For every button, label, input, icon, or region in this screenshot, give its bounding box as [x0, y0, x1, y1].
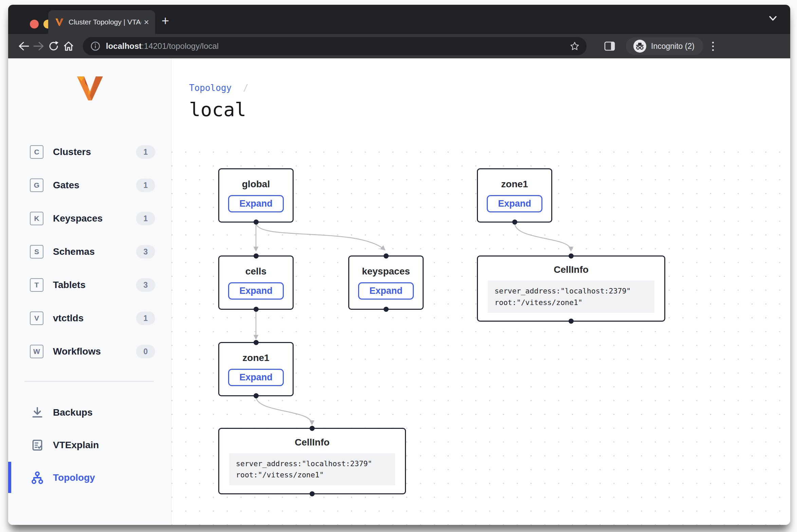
node-cellinfo-right: CellInfo server_address:"localhost:2379"…: [477, 255, 665, 322]
sidebar-item-workflows[interactable]: W Workflows 0: [8, 341, 171, 362]
gates-icon: G: [30, 178, 43, 192]
sidebar-divider: [24, 381, 154, 382]
port: [310, 426, 315, 431]
expand-button-zone1-lower[interactable]: Expand: [228, 369, 284, 386]
vtctlds-icon: V: [30, 311, 43, 325]
workflows-icon: W: [30, 345, 43, 358]
expand-button-zone1[interactable]: Expand: [487, 195, 542, 212]
topology-icon: [30, 470, 45, 485]
vitess-logo: [75, 73, 105, 102]
count-badge: 1: [136, 212, 155, 225]
sidebar-item-gates[interactable]: G Gates 1: [8, 175, 171, 195]
node-cellinfo-bottom: CellInfo server_address:"localhost:2379"…: [218, 428, 406, 494]
back-button[interactable]: [16, 39, 31, 54]
edge-global-keyspaces: [256, 223, 385, 250]
edge-zone1-cellinfo: [515, 223, 571, 250]
address-bar[interactable]: localhost:14201/topology/local: [83, 37, 587, 55]
port: [254, 253, 259, 259]
count-badge: 0: [136, 345, 155, 358]
sidebar-item-keyspaces[interactable]: K Keyspaces 1: [8, 208, 171, 229]
sidebar-item-vtexplain[interactable]: VTExplain: [8, 435, 171, 455]
home-button[interactable]: [61, 39, 76, 54]
port: [384, 307, 389, 312]
node-zone1-top: zone1 Expand: [477, 168, 552, 223]
download-icon: [30, 405, 45, 420]
port: [512, 220, 517, 225]
schemas-icon: S: [30, 245, 43, 259]
incognito-icon: [633, 40, 646, 53]
incognito-badge: Incognito (2): [626, 37, 703, 55]
topology-graph: global Expand zone1 Expand cells Expand: [171, 140, 790, 525]
port: [569, 253, 574, 259]
node-keyspaces: keyspaces Expand: [348, 255, 424, 310]
side-panel-button[interactable]: [602, 39, 617, 54]
breadcrumb: Topology /: [189, 83, 248, 93]
sidebar-item-backups[interactable]: Backups: [8, 402, 171, 423]
url-path: :14201/topology/local: [142, 41, 219, 51]
reload-button[interactable]: [46, 39, 61, 54]
tab-title: Cluster Topology | VTAdmin: [69, 18, 141, 26]
page-title: local: [189, 98, 246, 120]
primary-nav: C Clusters 1 G Gates 1 K Keyspaces 1 S S…: [8, 142, 171, 375]
secondary-nav: Backups VTExplain: [8, 402, 171, 500]
bookmark-star-icon[interactable]: [570, 41, 580, 51]
url-text: localhost:14201/topology/local: [106, 41, 570, 51]
close-window-button[interactable]: [30, 20, 39, 28]
count-badge: 3: [136, 278, 155, 292]
main-panel: Topology / local: [171, 58, 790, 525]
node-global: global Expand: [218, 168, 294, 223]
cellinfo-code: server_address:"localhost:2379"root:"/vi…: [488, 281, 654, 313]
port: [569, 319, 574, 324]
expand-button-keyspaces[interactable]: Expand: [358, 282, 414, 300]
sidebar-item-clusters[interactable]: C Clusters 1: [8, 142, 171, 162]
url-host: localhost: [106, 41, 142, 51]
port: [384, 253, 389, 259]
incognito-label: Incognito (2): [651, 42, 694, 51]
sidebar-item-topology[interactable]: Topology: [8, 468, 171, 488]
tab-strip: Cluster Topology | VTAdmin × +: [8, 5, 790, 34]
expand-button-cells[interactable]: Expand: [228, 282, 284, 300]
expand-button-global[interactable]: Expand: [228, 195, 284, 212]
active-nav-indicator: [8, 462, 11, 493]
count-badge: 3: [136, 245, 155, 259]
port: [310, 491, 315, 496]
browser-window: Cluster Topology | VTAdmin × +: [8, 5, 790, 525]
forward-button[interactable]: [31, 39, 46, 54]
site-info-icon[interactable]: [90, 41, 100, 51]
browser-toolbar: localhost:14201/topology/local: [8, 34, 790, 58]
tablets-icon: T: [30, 278, 43, 292]
port: [254, 220, 259, 225]
clusters-icon: C: [30, 145, 43, 159]
count-badge: 1: [136, 311, 155, 325]
breadcrumb-separator: /: [243, 83, 248, 93]
count-badge: 1: [136, 145, 155, 159]
browser-menu-button[interactable]: [712, 42, 714, 51]
port: [254, 340, 259, 345]
vitess-favicon: [55, 18, 64, 26]
document-check-icon: [30, 438, 45, 453]
node-zone1-lower: zone1 Expand: [218, 342, 294, 396]
edge-zone1-cellinfo-bottom: [256, 396, 312, 424]
page-content: C Clusters 1 G Gates 1 K Keyspaces 1 S S…: [8, 58, 790, 525]
tab-search-chevron-icon[interactable]: [768, 15, 778, 22]
tab-close-icon[interactable]: ×: [144, 18, 149, 26]
browser-tab[interactable]: Cluster Topology | VTAdmin ×: [48, 10, 155, 34]
new-tab-button[interactable]: +: [162, 14, 169, 28]
cellinfo-code: server_address:"localhost:2379"root:"/vi…: [229, 453, 395, 486]
sidebar-item-vtctlds[interactable]: V vtctlds 1: [8, 308, 171, 328]
count-badge: 1: [136, 178, 155, 192]
sidebar-item-schemas[interactable]: S Schemas 3: [8, 242, 171, 262]
sidebar: C Clusters 1 G Gates 1 K Keyspaces 1 S S…: [8, 58, 171, 525]
port: [254, 307, 259, 312]
port: [254, 393, 259, 398]
node-cells: cells Expand: [218, 255, 294, 310]
breadcrumb-topology-link[interactable]: Topology: [189, 83, 231, 93]
keyspaces-icon: K: [30, 212, 43, 225]
sidebar-item-tablets[interactable]: T Tablets 3: [8, 275, 171, 295]
